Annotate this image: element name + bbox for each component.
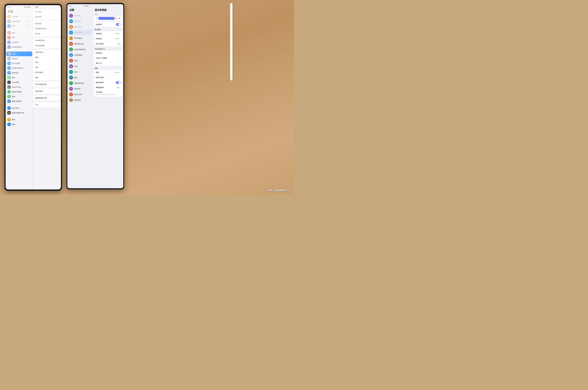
- sidebar-item-wifi[interactable]: 📶 无线局域网 5fkfzx ›: [6, 19, 33, 24]
- sidebar-item-display[interactable]: A 显示与亮度 ›: [6, 61, 33, 66]
- ios-item-update[interactable]: 软件更新 ›: [33, 14, 61, 19]
- sidebar-item-general[interactable]: ⚙ 通用 ›: [6, 51, 32, 56]
- ios-item-pip[interactable]: 画中画: [33, 31, 61, 36]
- homescreen-icon: ⊞: [7, 66, 11, 70]
- sidebar-item-siri[interactable]: S Siri与搜索 ›: [6, 80, 33, 85]
- sidebar-item-passwords[interactable]: 🔑 密码 ›: [6, 117, 33, 122]
- sidebar-item-accessibility[interactable]: ♿ 辅助功能 ›: [6, 70, 33, 75]
- ios-item-fonts[interactable]: 字体 ›: [33, 65, 61, 70]
- miui-item-wallpaper[interactable]: 🖼 桌面和壁纸 ›: [67, 24, 92, 30]
- ios-item-language[interactable]: 语言与地区 ›: [33, 70, 61, 75]
- miui-wallpaper-chevron: ›: [90, 26, 90, 28]
- sidebar-item-screentime[interactable]: ⏱ 屏幕使用时间 ›: [6, 45, 33, 49]
- brightness-bar[interactable]: [98, 17, 118, 20]
- dark-mode-value: 已关闭: [115, 33, 119, 35]
- reading-mode-row[interactable]: 电子书模式: [94, 41, 122, 46]
- display-size-row[interactable]: 显示大小 ›: [94, 61, 122, 66]
- font-style-row[interactable]: 字体样式 ›: [94, 51, 122, 56]
- wallpaper-icon: 🖼: [7, 76, 11, 79]
- homescreen-chevron: ›: [31, 67, 31, 69]
- dark-mode-row[interactable]: 深色模式 已关闭 ›: [94, 31, 122, 36]
- sidebar-item-homescreen[interactable]: ⊞ 主屏幕与多任务 ›: [6, 66, 33, 70]
- ios-item-airdrop[interactable]: 隔空投送: [33, 21, 61, 26]
- miui-item-biometric[interactable]: 👆 生物识别和密码 ›: [67, 47, 92, 52]
- dark-mode-label: 深色模式: [96, 33, 115, 35]
- ios-item-gestures[interactable]: 手势 ›: [33, 60, 61, 65]
- parallel-row[interactable]: 平行视界 开启后，应用内界面可双窗口显示 ›: [94, 90, 122, 97]
- miui-item-display[interactable]: ☀ 显示和亮度 ›: [67, 30, 92, 35]
- miui-item-apps[interactable]: ⊞ 应用和服务 ›: [67, 52, 92, 58]
- sidebar-item-privacy[interactable]: 🤚 隐私与安全性 ›: [6, 99, 33, 104]
- miui-item-security[interactable]: 🛡 安全 ›: [67, 69, 92, 75]
- miui-item-wallet[interactable]: 💳 钱包与支付 ›: [67, 92, 92, 97]
- smart-resolution-row[interactable]: 智慧分辨率: [94, 80, 122, 85]
- reading-mode-toggle[interactable]: [116, 43, 121, 45]
- smart-resolution-toggle[interactable]: [116, 81, 121, 84]
- ios-item-keyboard[interactable]: 键盘 ›: [33, 55, 61, 60]
- miui-item-accessibility[interactable]: ♿ 辅助功能 ›: [67, 97, 92, 103]
- font-size-row[interactable]: 字体大小与粗细 ›: [94, 56, 122, 61]
- miui-item-battery[interactable]: 🔋 电池 ›: [67, 58, 92, 63]
- ipad-left-screen: 16:05 3月22日周三 设置 ✈ 飞行模式 📶 无线局域网 5fkfzx ›: [6, 5, 61, 190]
- notifications-icon: 🔔: [7, 31, 11, 35]
- about-label: 关于本机: [35, 11, 58, 13]
- ios-item-transfer[interactable]: 传输或还原 iPad ›: [33, 96, 61, 100]
- airplane-toggle[interactable]: [27, 15, 31, 18]
- miui-item-assistant[interactable]: ✦ 智慧助手 ›: [67, 86, 92, 92]
- miui-item-health[interactable]: 💚 健康使用平板 ›: [67, 80, 92, 86]
- ios-item-about[interactable]: 关于本机 ›: [33, 9, 61, 14]
- ios-item-airplay[interactable]: 隔空播放与接力: [33, 26, 61, 31]
- auto-adjust-row[interactable]: 自动调节: [94, 22, 122, 27]
- sidebar-item-sounds[interactable]: 🔊 声音 ›: [6, 35, 33, 40]
- sidebar-item-notifications[interactable]: 🔔 通知 ›: [6, 31, 33, 35]
- ios-item-dictionary[interactable]: 词典 ›: [33, 75, 61, 80]
- sidebar-item-focus[interactable]: 🌙 专注模式 ›: [6, 40, 33, 45]
- miui-item-notifications[interactable]: 🔔 通知和状态栏 ›: [67, 41, 92, 47]
- sidebar-item-wallpaper[interactable]: 🖼 墙纸 ›: [6, 75, 33, 80]
- miui-battery-icon: 🔋: [69, 59, 73, 63]
- color-temp-row[interactable]: 色彩与色温 ›: [94, 75, 122, 80]
- ios-item-legal[interactable]: 法律与监管 ›: [33, 89, 61, 94]
- brightness-max-icon: ☀: [119, 17, 121, 20]
- sidebar-item-wallet[interactable]: 💳 钱包与Apple Pay ›: [6, 110, 33, 115]
- display-size-chevron: ›: [120, 63, 121, 64]
- sidebar-item-faceid[interactable]: 👤 面容ID与密码 ›: [6, 89, 33, 94]
- auto-adjust-toggle[interactable]: [116, 23, 121, 26]
- miui-notifications-icon: 🔔: [69, 42, 73, 46]
- ios-main-status: 通用: [33, 5, 61, 9]
- ios-item-vpn[interactable]: VPN与设备管理 ›: [33, 82, 61, 87]
- fonts-chevron: ›: [58, 67, 59, 68]
- refresh-rate-row[interactable]: 屏幕刷新率 智能 ›: [94, 85, 122, 90]
- vpn-label: VPN与设备管理: [35, 83, 58, 86]
- airdrop-label: 隔空投送: [35, 22, 59, 25]
- sidebar-item-battery[interactable]: 🔋 电池 ›: [6, 94, 33, 99]
- miui-main-title: 显示和亮度: [93, 8, 123, 13]
- accessibility-icon: ♿: [7, 71, 11, 74]
- passwords-chevron: ›: [31, 119, 31, 120]
- ios-item-storage[interactable]: iPad储存空间: [33, 38, 61, 43]
- transfer-label: 传输或还原 iPad: [35, 97, 58, 99]
- ios-item-bgrefresh[interactable]: 后台App刷新: [33, 43, 61, 48]
- miui-battery-chevron: ›: [90, 60, 90, 61]
- sidebar-item-controlcenter[interactable]: ◉ 控制中心 ›: [6, 56, 33, 61]
- miui-item-privacy[interactable]: 🔒 隐私 ›: [67, 75, 92, 80]
- miui-item-sounds[interactable]: 🔊 声音和振动 ›: [67, 35, 92, 41]
- miui-item-more-connect[interactable]: ⊞ 更多连接 ›: [67, 18, 92, 24]
- passwords-icon: 🔑: [7, 118, 11, 121]
- sidebar-item-pencil[interactable]: ✏ Apple Pencil ›: [6, 85, 33, 89]
- sounds-label: 声音: [12, 37, 31, 39]
- ios-item-shutdown[interactable]: 关机: [33, 102, 61, 107]
- eye-comfort-row[interactable]: 护眼模式 已关闭 ›: [94, 36, 122, 41]
- bluetooth-chevron: ›: [31, 25, 31, 27]
- sleep-row[interactable]: 休眠 2分钟后 ›: [94, 70, 122, 75]
- ios-item-datetime[interactable]: 日期与时间 ›: [33, 50, 61, 55]
- assistant-chevron: ›: [90, 88, 90, 90]
- controlcenter-chevron: ›: [31, 58, 31, 59]
- sidebar-item-appstore[interactable]: A App Store ›: [6, 106, 33, 110]
- miui-item-storage[interactable]: 💾 存储 ›: [67, 63, 92, 69]
- sidebar-item-mail[interactable]: ✉ 邮件 ›: [6, 122, 33, 127]
- sidebar-item-bluetooth[interactable]: 𝔅 蓝牙 打开 ›: [6, 24, 33, 28]
- miui-item-super[interactable]: ⬡ 超级终端 ›: [67, 13, 92, 18]
- sidebar-item-airplane[interactable]: ✈ 飞行模式: [6, 14, 33, 19]
- pencil-chevron: ›: [31, 86, 31, 88]
